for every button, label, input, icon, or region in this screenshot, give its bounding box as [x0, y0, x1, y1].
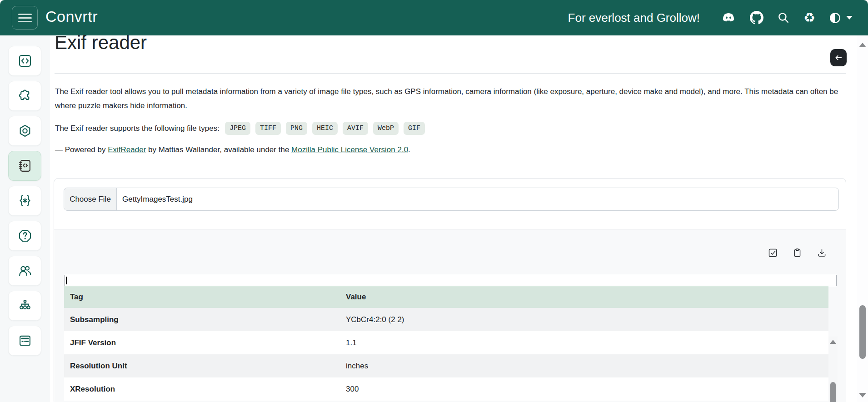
value-cell: 300 [340, 377, 828, 401]
calendar-icon [18, 334, 32, 347]
file-type-badge: HEIC [312, 122, 338, 135]
download-icon [817, 248, 827, 258]
discord-icon [721, 10, 736, 25]
people-icon [18, 264, 32, 278]
file-type-badge: AVIF [343, 122, 368, 135]
value-cell: 1.1 [340, 331, 828, 354]
page-scrollbar [857, 35, 868, 402]
file-type-badge: TIFF [255, 122, 281, 135]
sidebar [0, 35, 50, 402]
tag-cell: Resolution Unit [64, 354, 340, 377]
tag-column-header: Tag [64, 286, 340, 308]
table-scrollbar [828, 337, 838, 402]
value-cell: inches [340, 354, 828, 377]
page-scroll-up-arrow[interactable] [859, 43, 866, 47]
results-toolbar [768, 248, 827, 258]
braces-asterisk-icon [18, 194, 32, 208]
title-divider [55, 73, 846, 74]
back-button[interactable] [830, 49, 847, 66]
supported-file-types: The Exif reader supports the following f… [55, 122, 425, 135]
header-tagline: For everlost and Grollow! [568, 11, 700, 25]
scroll-up-arrow[interactable] [830, 340, 836, 344]
search-button[interactable] [777, 11, 790, 24]
sidebar-item-diagram[interactable] [8, 291, 41, 321]
puzzle-icon [18, 89, 32, 103]
exif-tool-card: Choose File GettyImagesTest.jpg [54, 178, 846, 402]
table-row: XResolution300 [64, 377, 828, 401]
theme-toggle-button[interactable] [829, 12, 853, 24]
sidebar-item-journal-code[interactable] [8, 151, 41, 181]
value-column-header: Value [340, 286, 828, 308]
mozilla-license-link[interactable]: Mozilla Public License Version 2.0 [291, 145, 408, 154]
results-panel: Tag Value SubsamplingYCbCr4:2:0 (2 2)JFI… [54, 229, 846, 402]
value-cell: YCbCr4:2:0 (2 2) [340, 308, 828, 331]
code-square-icon [18, 54, 32, 68]
question-octagon-icon [18, 229, 32, 243]
sidebar-item-code-square[interactable] [8, 46, 41, 76]
hamburger-icon [18, 14, 32, 15]
diagram-icon [18, 299, 32, 313]
nut-icon [18, 124, 32, 138]
app-header: Convrtr For everlost and Grollow! ♻ [0, 0, 868, 35]
choose-file-button[interactable]: Choose File [64, 188, 117, 210]
journal-code-icon [18, 159, 32, 173]
theme-toggle-icon [829, 12, 841, 24]
file-type-badges: JPEGTIFFPNGHEICAVIFWebPGIF [225, 122, 425, 135]
powered-by-line: — Powered by ExifReader by Mattias Walla… [55, 145, 410, 154]
page-scroll-down-arrow[interactable] [859, 393, 866, 397]
table-row: Resolution Unitinches [64, 354, 828, 377]
clipboard-icon [793, 248, 802, 258]
sidebar-item-puzzle[interactable] [8, 81, 41, 111]
recycle-button[interactable]: ♻ [803, 11, 815, 25]
exifreader-link[interactable]: ExifReader [108, 145, 146, 154]
select-all-button[interactable] [768, 248, 778, 258]
discord-button[interactable] [721, 10, 736, 25]
selected-filename: GettyImagesTest.jpg [117, 188, 193, 210]
file-type-badge: JPEG [225, 122, 250, 135]
check-square-icon [768, 248, 778, 258]
page-scrollbar-thumb[interactable] [859, 305, 866, 359]
caret-down-icon [846, 16, 853, 20]
github-button[interactable] [750, 11, 763, 25]
file-type-badge: WebP [373, 122, 399, 135]
recycle-icon: ♻ [803, 11, 815, 25]
brand-logo[interactable]: Convrtr [45, 8, 98, 25]
supports-label: The Exif reader supports the following f… [55, 124, 219, 133]
file-type-badge: PNG [286, 122, 307, 135]
sidebar-item-question-octagon[interactable] [8, 221, 41, 251]
page-title: Exif reader [55, 32, 147, 54]
github-icon [750, 11, 763, 25]
table-row: SubsamplingYCbCr4:2:0 (2 2) [64, 308, 828, 331]
table-row: JFIF Version1.1 [64, 331, 828, 354]
table-header-row: Tag Value [64, 286, 828, 308]
sidebar-item-braces-asterisk[interactable] [8, 186, 41, 216]
tag-cell: XResolution [64, 377, 340, 401]
tag-cell: Subsampling [64, 308, 340, 331]
header-actions: For everlost and Grollow! ♻ [568, 0, 853, 35]
file-upload-input[interactable]: Choose File GettyImagesTest.jpg [64, 188, 839, 211]
tool-description: The Exif reader tool allows you to pull … [55, 84, 839, 113]
text-caret [66, 277, 67, 284]
arrow-left-icon [834, 53, 843, 62]
sidebar-item-people[interactable] [8, 256, 41, 286]
sidebar-item-nut[interactable] [8, 116, 41, 146]
app-window: Convrtr For everlost and Grollow! ♻ Exif… [0, 0, 868, 402]
tag-cell: JFIF Version [64, 331, 340, 354]
file-type-badge: GIF [404, 122, 425, 135]
exif-data-table: Tag Value SubsamplingYCbCr4:2:0 (2 2)JFI… [64, 286, 828, 401]
table-scrollbar-thumb[interactable] [830, 382, 836, 402]
download-button[interactable] [817, 248, 827, 258]
search-icon [777, 11, 790, 24]
sidebar-item-calendar[interactable] [8, 326, 41, 356]
table-filter-input[interactable] [64, 275, 837, 286]
copy-to-clipboard-button[interactable] [793, 248, 802, 258]
hamburger-menu-button[interactable] [12, 6, 38, 30]
